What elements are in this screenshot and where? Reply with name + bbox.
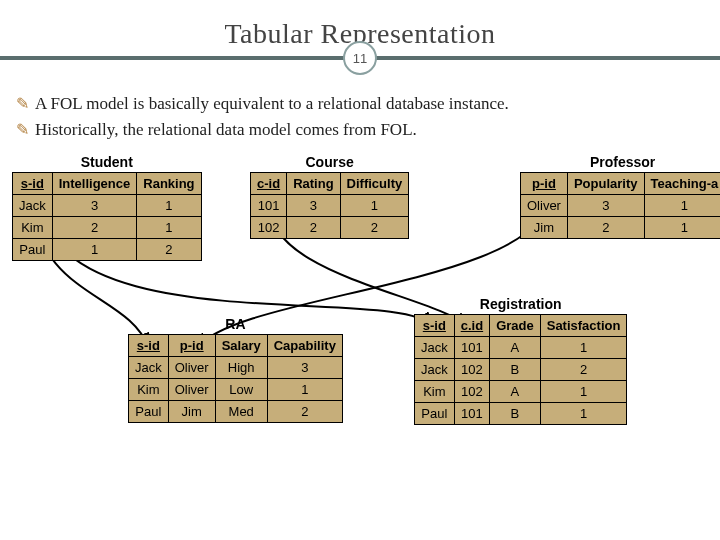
- col-rating: Rating: [287, 173, 340, 195]
- bullet-text: A FOL model is basically equivalent to a…: [35, 92, 509, 116]
- table-row: Jim21: [521, 217, 721, 239]
- table-header-row: s-id Intelligence Ranking: [13, 173, 202, 195]
- table-row: 10131: [251, 195, 409, 217]
- table-row: 10222: [251, 217, 409, 239]
- slide-number-badge: 11: [343, 41, 377, 75]
- table-row: Jack31: [13, 195, 202, 217]
- tables-area: Student s-id Intelligence Ranking Jack31…: [0, 144, 720, 504]
- table-course: Course c-id Rating Difficulty 10131 1022…: [250, 154, 409, 239]
- table-caption: Student: [12, 154, 202, 172]
- table-caption: RA: [128, 316, 343, 334]
- table-ra: RA s-id p-id Salary Capability JackOlive…: [128, 316, 343, 423]
- table-row: Jack102B2: [415, 359, 627, 381]
- col-teachinga: Teaching-a: [644, 173, 720, 195]
- col-difficulty: Difficulty: [340, 173, 409, 195]
- col-cid: c-id: [251, 173, 287, 195]
- table-header-row: s-id p-id Salary Capability: [129, 335, 343, 357]
- col-satisfaction: Satisfaction: [540, 315, 627, 337]
- table-row: Paul12: [13, 239, 202, 261]
- table-caption: Registration: [414, 296, 627, 314]
- table-row: Oliver31: [521, 195, 721, 217]
- bullet-icon: ✎: [16, 92, 29, 116]
- table-row: Jack101A1: [415, 337, 627, 359]
- table-professor: Professor p-id Popularity Teaching-a Oli…: [520, 154, 720, 239]
- table-caption: Course: [250, 154, 409, 172]
- col-salary: Salary: [215, 335, 267, 357]
- col-sid: s-id: [13, 173, 53, 195]
- table-registration: Registration s-id c.id Grade Satisfactio…: [414, 296, 627, 425]
- table-row: Kim21: [13, 217, 202, 239]
- table-row: JackOliverHigh3: [129, 357, 343, 379]
- col-popularity: Popularity: [567, 173, 644, 195]
- table-header-row: c-id Rating Difficulty: [251, 173, 409, 195]
- table-row: Paul101B1: [415, 403, 627, 425]
- col-intelligence: Intelligence: [52, 173, 137, 195]
- col-cid: c.id: [454, 315, 489, 337]
- col-capability: Capability: [267, 335, 342, 357]
- col-pid: p-id: [168, 335, 215, 357]
- table-caption: Professor: [520, 154, 720, 172]
- bullet-item: ✎ A FOL model is basically equivalent to…: [16, 92, 704, 116]
- table-row: PaulJimMed2: [129, 401, 343, 423]
- table-row: Kim102A1: [415, 381, 627, 403]
- table-header-row: s-id c.id Grade Satisfaction: [415, 315, 627, 337]
- bullet-icon: ✎: [16, 118, 29, 142]
- table-student: Student s-id Intelligence Ranking Jack31…: [12, 154, 202, 261]
- bullet-item: ✎ Historically, the relational data mode…: [16, 118, 704, 142]
- bullet-text: Historically, the relational data model …: [35, 118, 417, 142]
- col-ranking: Ranking: [137, 173, 201, 195]
- table-header-row: p-id Popularity Teaching-a: [521, 173, 721, 195]
- col-pid: p-id: [521, 173, 568, 195]
- col-grade: Grade: [490, 315, 541, 337]
- col-sid: s-id: [129, 335, 169, 357]
- col-sid: s-id: [415, 315, 455, 337]
- table-row: KimOliverLow1: [129, 379, 343, 401]
- title-divider: 11: [0, 56, 720, 60]
